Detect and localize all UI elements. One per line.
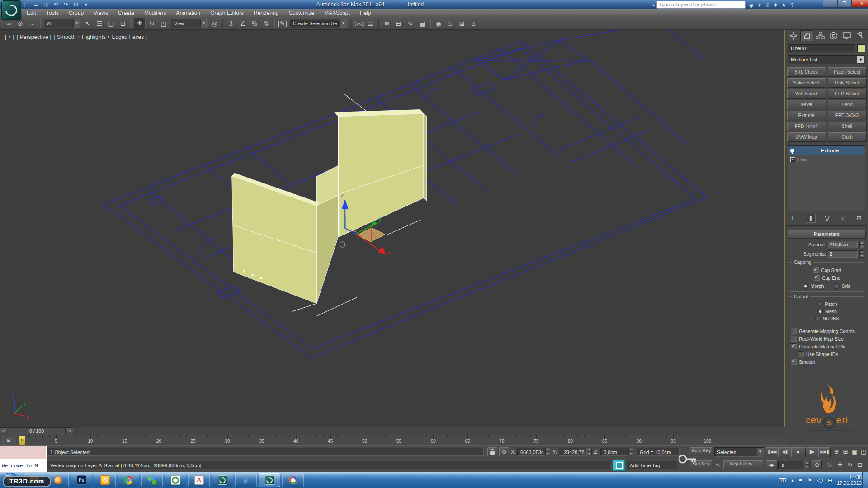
taskbar-photoshop[interactable]: Ps [71,473,92,487]
segments-spinner[interactable]: ▲▼ [859,250,864,258]
mesh-radio-row[interactable]: Mesh [793,309,861,314]
window-crossing-icon[interactable]: ⊡ [118,18,128,29]
taskbar-3dsmax-running[interactable] [259,473,280,487]
tab-hierarchy[interactable] [814,31,826,41]
hidden-icons-button[interactable]: ▴ [791,477,794,483]
reference-coordinate-dropdown[interactable]: View▼ [171,19,208,28]
viewport-menu-plus[interactable]: [ + ] [5,34,14,40]
taskbar-outlook[interactable]: ◷ [94,473,116,487]
cap-start-checkbox[interactable] [813,267,819,273]
timeline-ruler[interactable]: ⊞ 51015202530354045505560657075808590951… [0,435,785,446]
isolate-selection-toggle[interactable] [613,460,625,471]
redo-icon[interactable]: ↷ [61,1,71,9]
checkbox[interactable] [798,351,804,357]
stack-item-line[interactable]: +Line [788,155,865,164]
mini-curve-editor-button[interactable]: ⊞ [1,436,16,445]
quick-access-menu-icon[interactable]: ▾ [81,1,90,9]
object-color-swatch[interactable] [857,44,865,52]
search-binoculars-icon[interactable]: ◉ [747,1,755,9]
taskbar-internet-explorer[interactable]: e [235,473,257,487]
make-unique-icon[interactable]: ⋁ [823,214,832,222]
cap-start-row[interactable]: Cap Start [793,267,861,273]
modifier-button-vol-select[interactable]: Vol. Select [787,89,826,99]
patch-radio-row[interactable]: Patch [793,301,861,307]
morph-radio[interactable] [803,283,808,289]
object-name-field[interactable]: Line001 [788,44,855,52]
menu-customize[interactable]: Customize [283,9,319,17]
field-of-view-icon[interactable]: ▷ [826,460,835,469]
percent-snap-toggle-icon[interactable]: % [249,18,260,29]
taskbar-green-app[interactable] [165,473,186,487]
rectangular-selection-region-icon[interactable]: ▢ [106,18,117,29]
morph-radio-row[interactable]: Morph [803,283,824,289]
modifier-button-poly-select[interactable]: Poly Select [828,78,867,88]
help-icon[interactable]: ? [788,1,796,9]
checkbox-row-smooth[interactable]: Smooth [791,359,863,365]
rendered-frame-window-icon[interactable]: ⊠ [457,18,467,29]
orbit-icon[interactable]: ↻ [845,460,854,469]
action-center-flag-icon[interactable]: ⚑ [807,477,812,483]
previous-frame-button[interactable]: ◀▮ [778,447,791,457]
menu-graph-editors[interactable]: Graph Editors [205,9,249,17]
zoom-icon[interactable]: ⊕ [832,447,841,456]
tab-create[interactable] [787,31,799,41]
subscription-key-icon[interactable]: ⚿ [764,1,772,9]
z-coordinate-field[interactable]: 0,0cm [600,448,628,456]
modifier-list-dropdown[interactable]: Modifier List ▼ [788,55,865,64]
infocenter-expander-icon[interactable]: ▸ [653,2,655,7]
material-editor-icon[interactable]: ◉ [433,18,444,29]
modifier-button-extrude[interactable]: Extrude [787,111,826,120]
checkbox[interactable] [791,328,797,334]
select-and-rotate-icon[interactable]: ↻ [146,18,157,29]
communication-center-icon[interactable]: ❖ [772,1,780,9]
modifier-button-bend[interactable]: Bend [828,100,867,109]
bind-to-space-warp-icon[interactable]: ≈ [27,18,38,29]
select-and-scale-icon[interactable]: ◳ [158,18,169,29]
modifier-button-splineselect[interactable]: SplineSelect [787,78,826,88]
volume-icon[interactable]: ◁⟩ [817,477,823,483]
zoom-extents-icon[interactable]: ▣ [850,447,859,456]
manage-layers-icon[interactable]: ≋ [382,18,392,29]
3dsmax-logo-button[interactable] [1,0,21,20]
remove-modifier-icon[interactable]: ∪ [839,214,848,222]
go-to-start-button[interactable]: ▮◀◀ [766,447,778,457]
schematic-view-icon[interactable]: ▤ [417,18,428,29]
go-to-end-button[interactable]: ▶▶▮ [818,447,831,457]
checkbox-row-generate-mapping-coords-[interactable]: Generate Mapping Coords. [791,328,863,334]
cap-end-row[interactable]: Cap End [793,275,861,281]
z-spinner[interactable]: ▲▼ [628,448,633,455]
modifier-button-bevel[interactable]: Bevel [787,100,826,109]
modifier-button-ffd-select[interactable]: FFD Select [828,89,867,99]
show-end-result-icon[interactable]: ▮ [806,214,816,223]
patch-radio[interactable] [817,301,823,307]
play-button[interactable]: ▶ [791,447,806,457]
render-production-icon[interactable]: ♨ [468,18,479,29]
select-object-icon[interactable]: ↖ [82,18,93,29]
menu-tools[interactable]: Tools [41,9,64,17]
undo-icon[interactable]: ↶ [52,1,61,9]
new-scene-icon[interactable]: ▢ [22,1,31,9]
absolute-offset-toggle[interactable]: ⊙ [499,447,509,456]
show-desktop-button[interactable] [862,472,868,488]
viewport-menu-shading[interactable]: [ Smooth + Highlights + Edged Faces ] [54,34,146,40]
menu-modifiers[interactable]: Modifiers [139,9,171,17]
nurbs-radio-row[interactable]: NURBS [793,316,861,321]
menu-rendering[interactable]: Rendering [249,9,283,17]
modifier-button-uvw-map[interactable]: UVW Map [787,132,826,142]
pen-tablet-icon[interactable]: ✒ [798,477,803,483]
menu-edit[interactable]: Edit [22,9,41,17]
curve-editor-icon[interactable]: ∿ [405,18,416,29]
time-slider[interactable]: 0 [19,436,25,445]
taskbar-3dsmax[interactable] [212,473,233,487]
menu-group[interactable]: Group [64,9,89,17]
language-indicator[interactable]: TR [779,477,787,483]
default-in-out-tangents-icon[interactable]: ∿ [713,460,722,469]
menu-views[interactable]: Views [89,9,113,17]
mirror-icon[interactable]: ▷◁ [354,18,364,29]
checkbox-row-real-world-map-size[interactable]: Real-World Map Size [791,336,863,342]
dropdown-arrow-icon[interactable]: ▾ [755,1,764,9]
y-coordinate-field[interactable]: -28428,78 [559,448,587,456]
taskbar-autocad[interactable]: A [188,473,210,487]
maximize-viewport-toggle-icon[interactable]: ⊡ [855,460,864,469]
cap-end-checkbox[interactable] [814,275,820,281]
